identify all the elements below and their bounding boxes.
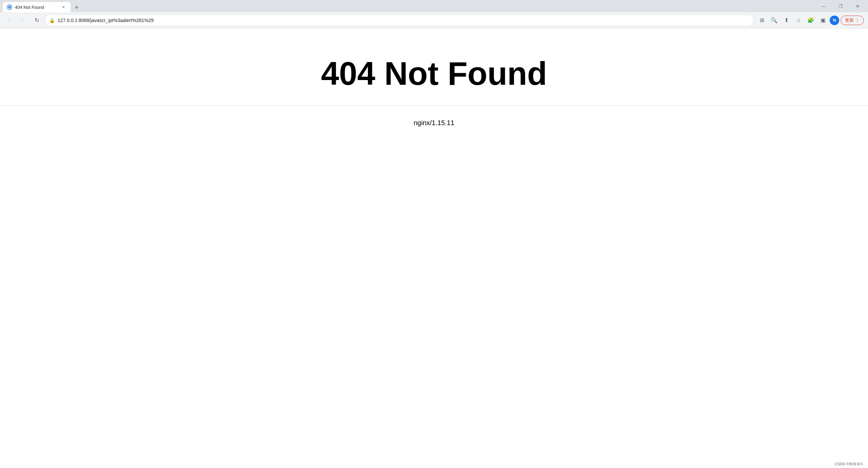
page-divider — [0, 105, 868, 105]
toolbar-actions: ⊞ 🔍 ⬆ ☆ 🧩 ▣ N 更新 ⋮ — [756, 15, 864, 26]
minimize-button[interactable]: — — [816, 1, 831, 12]
tab-area: 404 Not Found × + — [3, 0, 81, 12]
reload-icon: ↻ — [35, 17, 39, 23]
bookmark-button[interactable]: ☆ — [793, 15, 804, 26]
tab-title: 404 Not Found — [15, 5, 58, 10]
bookmark-icon: ☆ — [796, 17, 801, 23]
browser-toolbar: ← → ↻ 🔒 ⊞ 🔍 ⬆ ☆ 🧩 — [0, 12, 868, 28]
new-tab-button[interactable]: + — [72, 3, 81, 12]
error-title: 404 Not Found — [321, 56, 547, 92]
share-icon: ⬆ — [784, 17, 789, 23]
zoom-button[interactable]: 🔍 — [769, 15, 780, 26]
sidebar-icon: ▣ — [821, 17, 826, 23]
maximize-button[interactable]: ❐ — [833, 1, 848, 12]
forward-icon: → — [20, 17, 26, 23]
back-icon: ← — [7, 17, 12, 23]
forward-button[interactable]: → — [18, 15, 28, 26]
server-info: nginx/1.15.11 — [414, 119, 454, 127]
update-button[interactable]: 更新 ⋮ — [841, 16, 864, 25]
browser-tab[interactable]: 404 Not Found × — [3, 2, 71, 12]
address-input[interactable] — [58, 18, 749, 23]
title-bar: 404 Not Found × + — ❐ ✕ — [0, 0, 868, 12]
tab-close-button[interactable]: × — [60, 4, 66, 10]
sidebar-button[interactable]: ▣ — [817, 15, 828, 26]
status-bar: CSDH ©朱何令©. — [831, 460, 868, 468]
screen-reader-button[interactable]: ⊞ — [756, 15, 767, 26]
browser-window: 404 Not Found × + — ❐ ✕ ← → ↻ 🔒 ⊞ — [0, 0, 868, 468]
screen-reader-icon: ⊞ — [760, 17, 764, 23]
tab-favicon-icon — [7, 4, 12, 10]
address-bar-container[interactable]: 🔒 — [45, 15, 754, 26]
share-button[interactable]: ⬆ — [781, 15, 792, 26]
profile-button[interactable]: N — [830, 16, 839, 25]
extensions-button[interactable]: 🧩 — [805, 15, 816, 26]
reload-button[interactable]: ↻ — [31, 15, 42, 26]
window-controls: — ❐ ✕ — [816, 1, 865, 12]
lock-icon: 🔒 — [49, 18, 55, 23]
close-window-button[interactable]: ✕ — [850, 1, 865, 12]
extensions-icon: 🧩 — [807, 17, 814, 23]
status-text: CSDH ©朱何令©. — [835, 462, 864, 466]
page-content: 404 Not Found nginx/1.15.11 — [0, 28, 868, 468]
back-button[interactable]: ← — [4, 15, 15, 26]
zoom-icon: 🔍 — [771, 17, 777, 23]
